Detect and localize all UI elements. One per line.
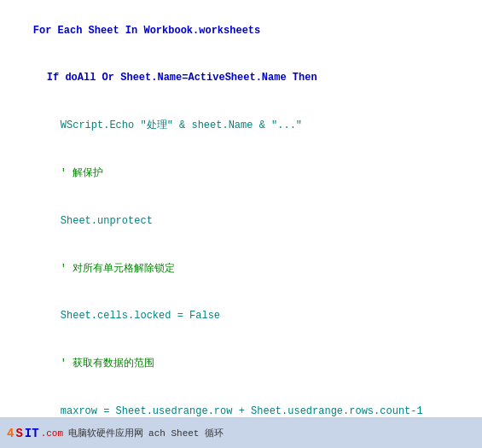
code-statement: Sheet.cells.locked = False bbox=[61, 310, 220, 322]
code-line: maxrow = Sheet.usedrange.row + Sheet.use… bbox=[9, 387, 473, 418]
code-line: Sheet.cells.locked = False bbox=[9, 293, 473, 340]
code-statement: maxrow = Sheet.usedrange.row + Sheet.use… bbox=[61, 405, 423, 417]
footer-suffix: ach Sheet 循环 bbox=[148, 427, 224, 439]
code-string: "..." bbox=[271, 119, 302, 131]
code-line: ' 解保护 bbox=[9, 149, 473, 197]
code-line: If doAll Or Sheet.Name=ActiveSheet.Name … bbox=[9, 55, 473, 102]
code-comment: ' 解保护 bbox=[61, 167, 103, 179]
code-line: ' 获取有数据的范围 bbox=[9, 340, 473, 387]
footer-logo[interactable]: 4SIT.com bbox=[7, 427, 63, 440]
logo-s: S bbox=[15, 427, 22, 440]
code-comment: ' 对所有单元格解除锁定 bbox=[61, 263, 175, 275]
code-line: For Each Sheet In Workbook.worksheets bbox=[9, 7, 473, 55]
logo-it: IT bbox=[25, 427, 39, 440]
logo-com: .com bbox=[41, 428, 63, 439]
code-line: ' 对所有单元格解除锁定 bbox=[9, 245, 473, 293]
logo-number: 4 bbox=[7, 427, 14, 440]
code-string: "处理" bbox=[140, 119, 172, 131]
code-keyword: If doAll Or Sheet.Name=ActiveSheet.Name … bbox=[47, 72, 317, 84]
code-block: For Each Sheet In Workbook.worksheets If… bbox=[0, 0, 482, 418]
footer-bar: 4SIT.com 电脑软硬件应用网 ach Sheet 循环 bbox=[0, 418, 482, 448]
footer-description: 电脑软硬件应用网 bbox=[68, 427, 143, 439]
code-statement: WScript.Echo bbox=[61, 119, 141, 131]
code-line: WScript.Echo "处理" & sheet.Name & "..." bbox=[9, 102, 473, 150]
code-comment: ' 获取有数据的范围 bbox=[61, 358, 154, 369]
code-statement: Sheet.unprotect bbox=[61, 215, 153, 227]
code-statement: & sheet.Name & bbox=[173, 119, 271, 131]
code-keyword: For Each Sheet In Workbook.worksheets bbox=[33, 25, 260, 37]
code-line: Sheet.unprotect bbox=[9, 197, 473, 245]
